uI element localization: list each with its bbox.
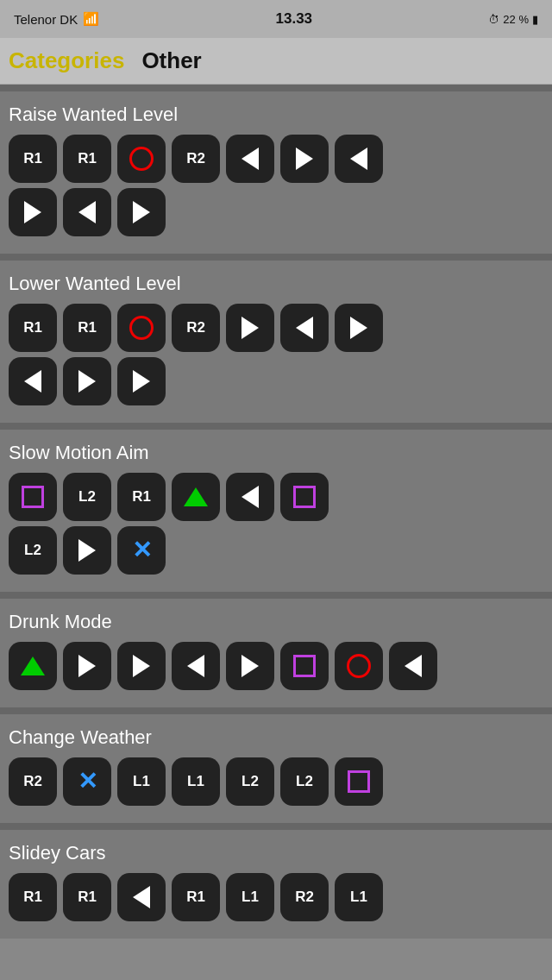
- button-label: R1: [186, 889, 205, 906]
- arrow-left-icon: [242, 486, 259, 508]
- cheat-button[interactable]: [117, 357, 166, 405]
- cheat-button[interactable]: [63, 642, 111, 690]
- cheat-button[interactable]: [280, 473, 329, 521]
- cheat-button[interactable]: R1: [63, 873, 111, 921]
- battery-bar-icon: ▮: [532, 13, 538, 26]
- cheat-button[interactable]: [9, 357, 57, 405]
- cheat-button[interactable]: L1: [226, 873, 274, 921]
- cheat-button[interactable]: [117, 188, 166, 236]
- cheat-button[interactable]: [335, 304, 383, 352]
- cheat-button[interactable]: L2: [9, 526, 57, 575]
- button-row: [9, 357, 543, 405]
- square-purple-icon: [22, 486, 44, 508]
- cheat-button[interactable]: ✕: [63, 757, 111, 806]
- arrow-right-icon: [133, 201, 150, 223]
- cheat-button[interactable]: [63, 526, 111, 575]
- triangle-green-icon: [184, 487, 208, 506]
- button-label: R1: [78, 150, 97, 167]
- arrow-left-icon: [350, 148, 367, 170]
- cheat-title: Drunk Mode: [9, 611, 543, 633]
- cheat-button[interactable]: [226, 304, 274, 352]
- button-row: [9, 188, 543, 236]
- arrow-left-icon: [405, 655, 422, 677]
- header-divider: [0, 85, 552, 91]
- cheat-button[interactable]: [63, 357, 111, 405]
- cheat-button[interactable]: [9, 473, 57, 521]
- cheat-button[interactable]: L2: [280, 757, 329, 806]
- cheat-button[interactable]: R1: [117, 473, 166, 521]
- arrow-right-icon: [133, 370, 150, 393]
- cheat-button[interactable]: [117, 873, 166, 921]
- cheat-button[interactable]: L1: [335, 873, 383, 921]
- cheat-button[interactable]: [335, 757, 383, 806]
- status-time: 13.33: [276, 10, 313, 28]
- cheat-button[interactable]: [280, 135, 329, 183]
- arrow-right-icon: [133, 655, 150, 677]
- button-label: R1: [78, 889, 97, 906]
- cheat-button[interactable]: L1: [117, 757, 166, 806]
- cheat-button[interactable]: [226, 642, 274, 690]
- cheat-button[interactable]: [172, 473, 220, 521]
- cheat-button[interactable]: [9, 642, 57, 690]
- cheat-section-lower-wanted-level: Lower Wanted LevelR1R1R2: [0, 261, 552, 423]
- button-label: R2: [295, 889, 314, 906]
- other-title: Other: [141, 47, 201, 74]
- cheat-button[interactable]: R2: [280, 873, 329, 921]
- status-right: ⏱ 22 % ▮: [488, 13, 538, 26]
- cheat-title: Raise Wanted Level: [9, 104, 543, 126]
- cheat-button[interactable]: R1: [9, 135, 57, 183]
- cheat-button[interactable]: R2: [172, 135, 220, 183]
- cheat-title: Lower Wanted Level: [9, 273, 543, 295]
- cheat-button[interactable]: [117, 642, 166, 690]
- button-label: L2: [78, 488, 96, 506]
- cheat-button[interactable]: L1: [172, 757, 220, 806]
- cheat-title: Slow Motion Aim: [9, 442, 543, 464]
- cheat-button[interactable]: [117, 304, 166, 352]
- button-row: L2R1: [9, 473, 543, 521]
- header: Categories Other: [0, 38, 552, 85]
- cheat-button[interactable]: [226, 473, 274, 521]
- cheat-button[interactable]: L2: [63, 473, 111, 521]
- cheat-button[interactable]: R1: [9, 873, 57, 921]
- button-label: L1: [187, 773, 204, 790]
- categories-button[interactable]: Categories: [9, 47, 124, 74]
- arrow-right-icon: [78, 539, 96, 562]
- cheat-button[interactable]: [172, 642, 220, 690]
- wifi-icon: 📶: [83, 11, 99, 27]
- cheat-button[interactable]: L2: [226, 757, 274, 806]
- button-label: L2: [24, 542, 41, 559]
- section-divider: [0, 823, 552, 830]
- status-bar: Telenor DK 📶 13.33 ⏱ 22 % ▮: [0, 0, 552, 38]
- cheat-button[interactable]: ✕: [117, 526, 166, 575]
- cheat-button[interactable]: R1: [63, 304, 111, 352]
- cheat-button[interactable]: [226, 135, 274, 183]
- button-row: R1R1R1L1R2L1: [9, 873, 543, 921]
- cheat-button[interactable]: [335, 135, 383, 183]
- circle-red-icon: [129, 316, 154, 340]
- cheat-button[interactable]: [389, 642, 437, 690]
- square-purple-icon: [293, 486, 316, 508]
- cheat-section-slow-motion-aim: Slow Motion AimL2R1L2✕: [0, 430, 552, 592]
- cross-blue-icon: ✕: [78, 770, 97, 794]
- button-label: L1: [242, 889, 259, 906]
- cheat-button[interactable]: [63, 188, 111, 236]
- cheat-button[interactable]: [335, 642, 383, 690]
- cheat-button[interactable]: [280, 642, 329, 690]
- button-label: R1: [23, 319, 42, 336]
- triangle-green-icon: [21, 656, 45, 675]
- section-divider: [0, 592, 552, 599]
- cheat-section-raise-wanted-level: Raise Wanted LevelR1R1R2: [0, 91, 552, 254]
- arrow-right-icon: [350, 317, 367, 339]
- cheat-button[interactable]: R1: [63, 135, 111, 183]
- arrow-left-icon: [187, 655, 204, 677]
- button-label: L1: [133, 773, 150, 790]
- cheat-button[interactable]: [280, 304, 329, 352]
- arrow-left-icon: [242, 148, 259, 170]
- cheat-button[interactable]: R1: [9, 304, 57, 352]
- cheat-button[interactable]: [117, 135, 166, 183]
- cheat-button[interactable]: R2: [9, 757, 57, 806]
- cheat-button[interactable]: R2: [172, 304, 220, 352]
- cheat-button[interactable]: R1: [172, 873, 220, 921]
- arrow-right-icon: [296, 148, 313, 170]
- cheat-button[interactable]: [9, 188, 57, 236]
